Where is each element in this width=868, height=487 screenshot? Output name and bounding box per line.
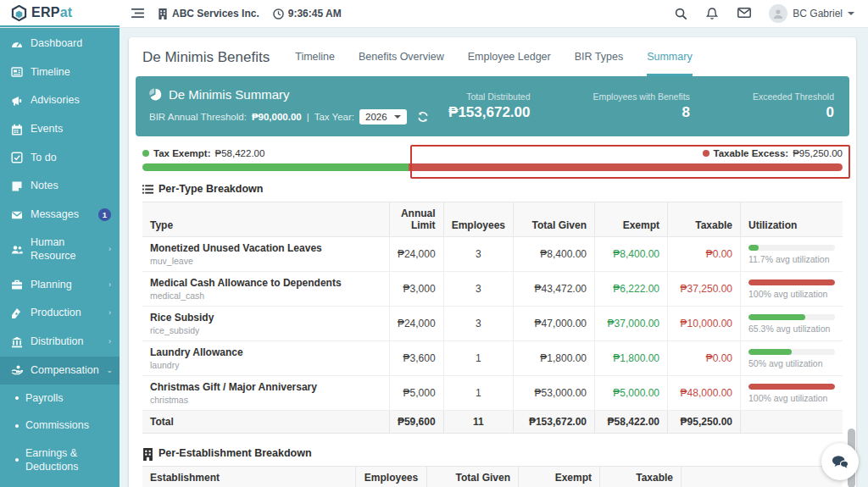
table-row: Monetized Unused Vacation Leavesmuv_leav… (142, 237, 843, 272)
bullet-dot (15, 396, 19, 400)
notifications-bell-icon[interactable] (706, 8, 719, 20)
sidebar-subitem-de-minimis-benefits[interactable]: De Minimis Benefits (0, 480, 120, 487)
sidebar-item-timeline[interactable]: Timeline (0, 58, 120, 87)
bank-icon (11, 336, 23, 348)
calendar-icon (11, 124, 23, 136)
company-selector[interactable]: ABC Services Inc. (158, 8, 259, 19)
check-square-icon (11, 152, 23, 163)
sidebar-item-events[interactable]: Events (0, 115, 120, 144)
col-taxable: Taxable (668, 202, 741, 237)
tab-benefits-overview[interactable]: Benefits Overview (359, 51, 444, 76)
col-annual-limit: Annual Limit (389, 202, 443, 237)
clock-display: 9:36:45 AM (273, 8, 342, 19)
sidebar-item-dashboard[interactable]: Dashboard (0, 30, 120, 58)
table-row: Laundry Allowancelaundry ₱3,600 1 ₱1,800… (142, 341, 843, 376)
utilization-bar (748, 384, 835, 390)
table-header-row: Establishment Employees Total Given Exem… (142, 467, 843, 487)
bullhorn-icon (11, 95, 23, 107)
banner-stats: Total Distributed ₱153,672.00 Employees … (448, 91, 834, 121)
tab-employee-ledger[interactable]: Employee Ledger (468, 51, 551, 76)
col-total-given: Total Given (514, 202, 595, 237)
company-name: ABC Services Inc. (172, 8, 259, 19)
tax-year-label: Tax Year: (314, 112, 354, 122)
sticky-note-icon (11, 180, 23, 192)
main-content: De Minimis Benefits Timeline Benefits Ov… (120, 28, 868, 487)
summary-banner: De Minimis Summary BIR Annual Threshold:… (136, 76, 849, 136)
distribution-bar-section: Tax Exempt: ₱58,422.00 Taxable Excess: ₱… (142, 148, 843, 171)
sidebar-item-todo[interactable]: To do (0, 144, 120, 173)
green-dot-icon (142, 150, 149, 157)
briefcase-icon (11, 279, 23, 291)
page-title: De Minimis Benefits (142, 49, 270, 76)
col-total-given: Total Given (427, 467, 519, 487)
refresh-icon[interactable] (417, 111, 429, 123)
sidebar-item-human-resource[interactable]: Human Resource › (0, 229, 120, 270)
bullet-dot (15, 424, 19, 428)
dashboard-gauge-icon (11, 38, 23, 50)
top-bar: ERPat ABC Services Inc. 9:36:45 AM BC Ga (0, 0, 868, 28)
page-card: De Minimis Benefits Timeline Benefits Ov… (129, 37, 856, 487)
col-exempt: Exempt (519, 467, 600, 487)
col-exempt: Exempt (595, 202, 668, 237)
list-icon (142, 184, 153, 195)
tab-bir-types[interactable]: BIR Types (575, 51, 623, 76)
threshold-value: ₱90,000.00 (252, 112, 302, 122)
brand-text-erp: ERP (31, 5, 60, 19)
user-menu[interactable]: BC Gabriel (769, 4, 854, 23)
taxable-bar-segment (409, 163, 843, 171)
building-icon (158, 8, 168, 19)
clock-icon (273, 8, 284, 19)
app-logo[interactable]: ERPat (0, 0, 120, 27)
exempt-taxable-stacked-bar (142, 163, 843, 171)
chevron-right-icon: › (108, 280, 111, 290)
col-employees: Employees (443, 202, 513, 237)
tax-exempt-legend: Tax Exempt: ₱58,422.00 (142, 148, 264, 158)
brand-text-at: at (60, 5, 72, 19)
sidebar-item-production[interactable]: Production › (0, 299, 120, 328)
tax-year-select[interactable]: 2026 (359, 109, 407, 125)
sidebar-item-planning[interactable]: Planning › (0, 271, 120, 300)
search-icon[interactable] (675, 8, 687, 20)
stat-total-distributed: Total Distributed ₱153,672.00 (448, 91, 530, 121)
chat-button[interactable] (821, 443, 859, 480)
tab-summary[interactable]: Summary (647, 51, 692, 76)
sidebar-item-distribution[interactable]: Distribution › (0, 328, 120, 357)
threshold-label: BIR Annual Threshold: (149, 112, 247, 122)
per-establishment-table: Establishment Employees Total Given Exem… (142, 466, 843, 487)
chevron-right-icon: › (108, 245, 111, 254)
messages-count-badge: 1 (98, 208, 111, 221)
sidebar-subitem-commissions[interactable]: Commissions (0, 412, 120, 439)
col-employees: Employees (356, 467, 427, 487)
chevron-down-icon (394, 115, 401, 119)
sidebar-subitem-earnings-deductions[interactable]: Earnings & Deductions (0, 440, 120, 481)
exempt-bar-segment (142, 163, 409, 171)
sidebar-item-compensation[interactable]: Compensation ⌄ (0, 357, 120, 385)
sidebar-item-advisories[interactable]: Advisories (0, 86, 120, 115)
sidebar-subitem-payrolls[interactable]: Payrolls (0, 385, 120, 412)
tab-bar: Timeline Benefits Overview Employee Ledg… (295, 51, 692, 76)
col-utilization: Utilization (741, 202, 843, 237)
newspaper-icon (11, 66, 23, 78)
utilization-bar (748, 245, 835, 251)
sidebar-item-messages[interactable]: Messages 1 (0, 201, 120, 230)
col-share (682, 467, 843, 487)
sidebar-toggle-icon[interactable] (131, 8, 144, 20)
red-dot-icon (703, 150, 709, 157)
tab-timeline[interactable]: Timeline (295, 51, 335, 76)
table-row: Christmas Gift / Major Anniversarychrist… (142, 376, 843, 411)
current-time: 9:36:45 AM (288, 8, 342, 19)
utilization-bar (748, 279, 835, 285)
table-header-row: Type Annual Limit Employees Total Given … (142, 202, 843, 237)
user-avatar (769, 4, 787, 23)
user-name: BC Gabriel (793, 8, 843, 19)
stat-employees-with-benefits: Employees with Benefits 8 (593, 91, 689, 121)
pie-chart-icon (149, 88, 162, 101)
chevron-right-icon: › (108, 337, 111, 346)
sidebar-item-notes[interactable]: Notes (0, 172, 120, 201)
building-icon (142, 448, 153, 459)
per-type-table: Type Annual Limit Employees Total Given … (142, 202, 843, 434)
mail-envelope-icon[interactable] (737, 8, 750, 20)
stat-exceeded-threshold: Exceeded Threshold 0 (753, 91, 834, 121)
table-total-row: Total ₱59,600 11 ₱153,672.00 ₱58,422.00 … (142, 411, 843, 434)
utilization-bar (748, 314, 835, 320)
